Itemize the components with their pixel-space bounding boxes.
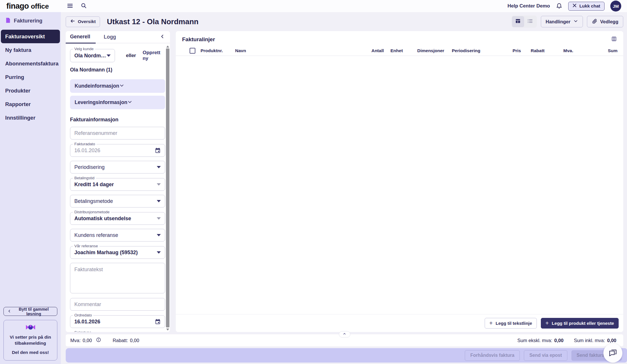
- chat-launcher-button[interactable]: [603, 344, 622, 363]
- payment-terms-select[interactable]: Betalingstid Kreditt 14 dager: [70, 178, 165, 191]
- plus-icon: +: [489, 320, 493, 326]
- product-switcher[interactable]: Fakturering: [0, 16, 61, 30]
- tab-logg[interactable]: Logg: [103, 31, 117, 43]
- selected-customer: Ola Nordmann (1): [70, 67, 165, 73]
- accordion-label: Leveringsinformasjon: [75, 99, 127, 105]
- customer-reference-select[interactable]: Kundens referanse: [70, 229, 165, 242]
- order-date-field[interactable]: Ordredato 16.01.2026: [70, 315, 165, 328]
- or-text: eller: [126, 53, 136, 59]
- distribution-method-value: Automatisk utsendelse: [74, 216, 131, 222]
- customer-select[interactable]: Velg kunde Ola Nordmann...: [70, 49, 115, 62]
- scrollbar-thumb[interactable]: [166, 48, 169, 327]
- periodization-select[interactable]: Periodisering: [70, 161, 165, 173]
- search-button[interactable]: [80, 2, 87, 10]
- create-new-customer-link[interactable]: Opprett ny: [143, 50, 165, 61]
- sidebar-item-purring[interactable]: Purring: [1, 70, 60, 84]
- caret-down-icon: [157, 234, 161, 236]
- actions-dropdown-label: Handlinger: [546, 19, 571, 24]
- app: finago office Help Center Demo: [0, 0, 627, 364]
- close-chat-label: Lukk chat: [579, 3, 600, 9]
- sidebar-item-rapporter[interactable]: Rapporter: [1, 97, 60, 111]
- switch-old-solution-button[interactable]: Bytt til gammel løsning: [3, 307, 57, 316]
- invoice-date-field[interactable]: Fakturadato 16.01.2026: [70, 144, 165, 157]
- periodization-value: Periodisering: [74, 164, 105, 170]
- column-settings-button[interactable]: [611, 36, 617, 43]
- collapse-totals-button[interactable]: [339, 331, 350, 337]
- sidebar-item-innstillinger[interactable]: Innstillinger: [1, 111, 60, 125]
- close-chat-button[interactable]: Lukk chat: [568, 2, 605, 11]
- preview-invoice-button[interactable]: Forhåndsvis faktura: [465, 350, 520, 361]
- payment-method-select[interactable]: Betalingsmetode: [70, 195, 165, 208]
- plus-icon: +: [545, 320, 549, 326]
- comment-input[interactable]: [70, 298, 165, 311]
- scroll-up-icon[interactable]: [166, 44, 169, 48]
- caret-down-icon: [157, 200, 161, 202]
- distribution-method-select[interactable]: Distribusjonsmetode Automatisk utsendels…: [70, 212, 165, 225]
- col-dimensjoner: Dimensjoner: [417, 48, 452, 53]
- tab-generell[interactable]: Generell: [66, 31, 96, 44]
- menu-button[interactable]: [67, 2, 73, 10]
- accordion-kundeinformasjon[interactable]: Kundeinformasjon: [70, 79, 165, 93]
- app-logo: finago office: [6, 2, 49, 11]
- col-mva: Mva.: [563, 48, 592, 53]
- col-enhet: Enhet: [390, 48, 417, 53]
- accordion-leveringsinformasjon[interactable]: Leveringsinformasjon: [70, 96, 165, 109]
- scroll-down-icon[interactable]: [166, 327, 169, 331]
- search-icon: [80, 2, 87, 10]
- customer-select-label: Velg kunde: [73, 47, 95, 51]
- info-icon[interactable]: [96, 337, 101, 344]
- columns-icon: [611, 36, 617, 43]
- add-product-button[interactable]: + Legg til produkt eller tjeneste: [541, 318, 619, 329]
- caret-down-icon: [157, 217, 161, 220]
- send-via-email-button[interactable]: Send via epost: [524, 350, 567, 361]
- vat-label: Mva:: [70, 338, 81, 343]
- vat-total: Mva: 0,00: [70, 338, 92, 343]
- sum-incl-vat: Sum inkl. mva: 0,00: [574, 338, 616, 343]
- sidebar-item-produkter[interactable]: Produkter: [1, 84, 60, 97]
- lines-table-header: Produktnr. Navn Antall Enhet Dimensjoner…: [176, 46, 623, 56]
- calendar-icon[interactable]: [155, 319, 161, 325]
- list-view-button[interactable]: [524, 16, 536, 27]
- notifications-button[interactable]: [556, 2, 562, 10]
- reference-number-input[interactable]: [70, 127, 165, 139]
- order-date-value: 16.01.2026: [74, 319, 100, 325]
- totals-bar: Mva: 0,00 Rabatt: 0,00 Sum ekskl. mva: 0…: [66, 334, 623, 346]
- col-periodisering: Periodisering: [452, 48, 489, 53]
- attachments-button[interactable]: Vedlegg: [587, 16, 623, 27]
- attachments-label: Vedlegg: [600, 19, 618, 24]
- order-date-label: Ordredato: [73, 313, 93, 317]
- our-reference-label: Vår referanse: [73, 244, 99, 248]
- feedback-card[interactable]: Vi setter pris på din tilbakemelding Del…: [3, 320, 57, 361]
- discount-total: Rabatt: 0,00: [113, 338, 139, 343]
- col-sum: Sum: [592, 48, 617, 53]
- back-to-overview-button[interactable]: Oversikt: [66, 16, 100, 27]
- our-reference-select[interactable]: Vår referanse Joachim Marhaug (59532): [70, 246, 165, 259]
- panel-scroll-area: Velg kunde Ola Nordmann... eller Opprett…: [66, 43, 170, 332]
- caret-down-icon: [157, 183, 161, 186]
- sales-type-label: Salgstype: [73, 330, 93, 332]
- distribution-method-label: Distribusjonsmetode: [73, 210, 111, 214]
- sidebar-item-fakturaoversikt[interactable]: Fakturaoversikt: [1, 30, 60, 43]
- actions-dropdown-button[interactable]: Handlinger: [541, 16, 583, 27]
- sidebar: Fakturering Fakturaoversikt Ny faktura A…: [0, 12, 61, 364]
- add-text-line-label: Legg til tekstlinje: [496, 321, 532, 326]
- table-view-button[interactable]: [512, 16, 524, 27]
- main-area: Oversikt Utkast 12 - Ola Nordmann: [61, 12, 627, 364]
- collapse-panel-button[interactable]: [160, 31, 165, 43]
- avatar[interactable]: JM: [610, 1, 621, 12]
- help-center-label: Help Center Demo: [507, 3, 550, 9]
- sidebar-item-abonnementsfaktura[interactable]: Abonnementsfaktura: [1, 57, 60, 70]
- add-product-label: Legg til produkt eller tjeneste: [552, 321, 614, 326]
- invoice-text-input[interactable]: [70, 263, 165, 293]
- sidebar-item-ny-faktura[interactable]: Ny faktura: [1, 43, 60, 57]
- panel-scrollbar[interactable]: [166, 44, 170, 331]
- caret-down-icon: [157, 166, 161, 168]
- switch-old-solution-label: Bytt til gammel løsning: [14, 307, 53, 316]
- select-all-checkbox[interactable]: [190, 48, 195, 54]
- calendar-icon[interactable]: [155, 148, 161, 154]
- feedback-title: Vi setter pris på din tilbakemelding: [7, 334, 54, 346]
- customer-select-row: Velg kunde Ola Nordmann... eller Opprett…: [70, 49, 165, 62]
- back-button-label: Oversikt: [78, 19, 96, 24]
- add-text-line-button[interactable]: + Legg til tekstlinje: [485, 318, 537, 329]
- sum-incl-value: 0,00: [607, 338, 616, 343]
